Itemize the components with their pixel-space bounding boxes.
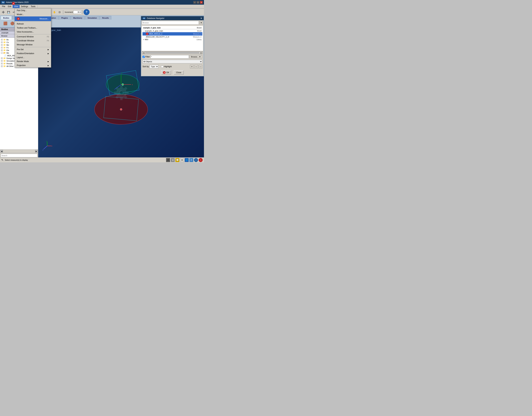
sidebar-scroll-controls: ◀ ▶ (0, 149, 38, 153)
menu-file[interactable]: File (1, 5, 7, 8)
tree-toggle-bodies[interactable]: + (1, 39, 3, 40)
tab-bodies[interactable]: Bodies (1, 16, 12, 19)
status-icon-3[interactable]: ⬜ (175, 158, 179, 162)
scroll-right-button[interactable]: ▶ (35, 150, 38, 152)
menu-projection[interactable]: Projection ▶ (15, 63, 51, 67)
db-nav-mea-angle-label: MEA_ANGLE_1 (149, 33, 188, 35)
minimize-button[interactable]: – (193, 1, 196, 4)
db-nav-row-mdi[interactable]: + MDI Library (143, 38, 202, 41)
menu-refresh[interactable]: Refresh (15, 22, 51, 26)
tab-plugins[interactable]: Plugins (59, 16, 70, 19)
scroll-left-arrow[interactable]: ◀ (142, 52, 145, 54)
sidebar-item-label-results: Results (7, 63, 13, 65)
menu-render-mode[interactable]: Render Mode ▶ (15, 59, 51, 63)
menu-tools[interactable]: Tools (29, 5, 37, 8)
status-icon-2[interactable]: ▥ (171, 158, 175, 162)
filter-input[interactable] (150, 55, 189, 58)
status-icon-globe[interactable]: 🌐 (185, 158, 189, 162)
save-button[interactable]: 💾 (6, 10, 11, 14)
db-nav-example-label: example_4_gear_train (145, 30, 188, 32)
sidebar-item-label-elements: Ele (7, 49, 9, 51)
icon-box[interactable]: 🟫 (2, 20, 9, 27)
tree-toggle-forces[interactable]: + (1, 47, 3, 48)
status-error-button[interactable]: ⚠ (199, 158, 203, 162)
close-button[interactable]: ✕ (200, 1, 203, 4)
tree-toggle-design-vars[interactable]: + (1, 57, 3, 59)
search-input[interactable] (1, 154, 37, 157)
view-dropdown-menu: Part Only... Model... b Measure... Refre… (15, 8, 51, 67)
svg-text:y: y (46, 141, 47, 142)
ok-label: OK (166, 71, 169, 74)
status-right-icons: ⬛ ▥ ⬜ ⊞ 🌐 ⇄ i ⚠ (166, 158, 203, 162)
db-nav-logo: Ad (143, 17, 145, 19)
status-icon-4[interactable]: ⊞ (180, 158, 184, 162)
folder-icon-design-vars: 📁 (3, 57, 6, 59)
db-nav-angular-velocity-type: Measure_C (188, 36, 202, 38)
db-nav-scrollbar[interactable]: ◀ ▶ (142, 51, 203, 54)
db-nav-sortby-row: Sort by Type Highlight + – –– (141, 64, 204, 69)
highlight-label: Highlight (164, 66, 172, 68)
db-nav-close-icon[interactable]: ✕ (200, 17, 202, 19)
folder-icon-results: 📁 (3, 62, 6, 65)
tab-simulation[interactable]: Simulation (85, 16, 99, 19)
ok-button[interactable]: d OK (161, 70, 171, 75)
all-objects-select[interactable]: All Objects (143, 60, 202, 63)
scroll-left-button[interactable]: ◀ (0, 150, 3, 152)
menu-pre-set[interactable]: Pre-Set ▶ (15, 47, 51, 51)
menu-command-window[interactable]: Command Window F3 (15, 35, 51, 39)
filter-label: Filter (145, 56, 150, 58)
db-nav-all-objects-row: All Objects (141, 59, 204, 64)
close-nav-button[interactable]: Close (174, 70, 184, 75)
menu-model[interactable]: Model... (15, 12, 51, 16)
menu-message-window[interactable]: Message Window (15, 43, 51, 47)
db-nav-row-angular-velocity[interactable]: ANGULAR_VELOCITY_2_H Measure_C (143, 36, 202, 38)
menu-layout[interactable]: Layout... (15, 56, 51, 59)
db-nav-row-mea-angle[interactable]: c MEA_ANGLE_1 Measure_A (143, 32, 202, 36)
tree-toggle-constraints[interactable]: + (1, 41, 3, 43)
help-button[interactable]: ? (84, 9, 89, 15)
db-nav-browse-input[interactable] (142, 21, 199, 25)
status-info-button[interactable]: i (194, 158, 198, 162)
folder-icon-bodies: 📁 (3, 38, 6, 41)
new-button[interactable]: ➕ (1, 10, 6, 14)
maximize-button[interactable]: □ (197, 1, 199, 4)
sortby-select[interactable]: Type (149, 65, 158, 68)
menu-separator-1 (15, 21, 51, 22)
sidebar-item-label-measures: Me (7, 52, 9, 54)
svg-text:y: y (121, 72, 122, 74)
highlight-checkbox[interactable] (161, 66, 163, 68)
tree-toggle-simulations[interactable]: + (1, 60, 3, 62)
viewport-watermark: ⚙️ (113, 85, 129, 101)
tree-toggle-results[interactable]: + (1, 63, 3, 64)
double-minus-button[interactable]: –– (199, 65, 202, 68)
minus-button[interactable]: – (194, 65, 198, 68)
filter-browse-button[interactable]: Browse... ▼ (190, 55, 202, 58)
tab-machinery[interactable]: Machinery (71, 16, 85, 19)
menu-view-accessories[interactable]: View Accessories... (15, 30, 51, 34)
tab-results[interactable]: Results (100, 16, 111, 19)
tree-toggle-all-other[interactable]: + (1, 66, 3, 67)
pan-button[interactable]: ✋ (52, 10, 57, 14)
menu-part-only[interactable]: Part Only... (15, 9, 51, 12)
menu-view[interactable]: View (13, 5, 19, 8)
increment-input[interactable] (73, 10, 82, 14)
db-nav-browse-dropdown[interactable]: ▼ (200, 21, 203, 25)
menu-coordinate-window[interactable]: Coordinate Window F4 (15, 39, 51, 43)
menu-position-orientation[interactable]: Position/Orientation ▶ (15, 51, 51, 56)
status-icon-1[interactable]: ⬛ (166, 158, 170, 162)
plus-button[interactable]: + (190, 65, 194, 68)
tree-toggle-elements[interactable]: + (1, 49, 3, 51)
filter-checkbox[interactable] (143, 56, 145, 58)
scroll-right-arrow[interactable]: ▶ (200, 52, 203, 54)
toolbar-separator-4 (82, 10, 83, 14)
menu-measure[interactable]: b Measure... (15, 16, 51, 21)
menu-toolbox[interactable]: Toolbox and Toolbars... (15, 26, 51, 30)
svg-point-5 (120, 108, 122, 110)
db-nav-parent-row: – example_4_gear_train Model (143, 29, 202, 32)
status-icon-link[interactable]: ⇄ (189, 158, 193, 162)
menu-edit[interactable]: Edit (7, 5, 13, 8)
tree-toggle-measures[interactable]: - (1, 52, 3, 54)
fit-button[interactable]: ⊡ (57, 10, 62, 14)
menu-settings[interactable]: Settings (19, 5, 29, 8)
tree-toggle-motion[interactable]: + (1, 44, 3, 46)
